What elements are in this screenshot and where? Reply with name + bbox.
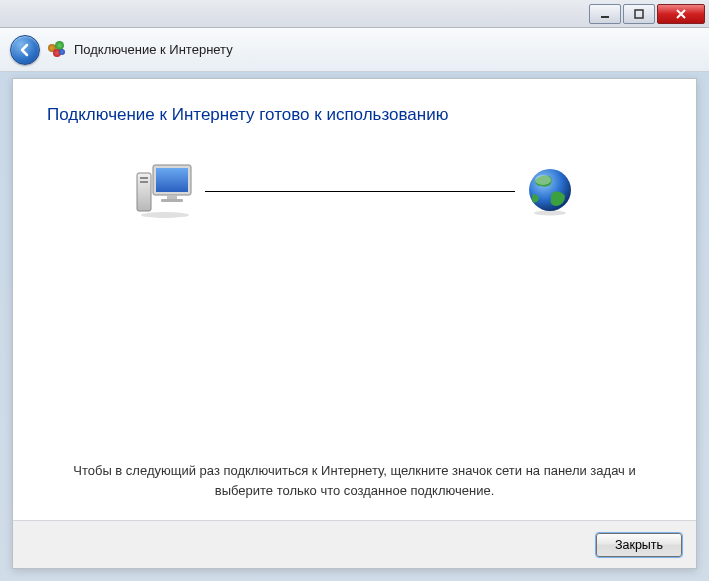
wizard-header: Подключение к Интернету [0, 28, 709, 72]
close-button[interactable]: Закрыть [596, 533, 682, 557]
dialog-frame: Подключение к Интернету готово к использ… [12, 78, 697, 569]
dialog-content: Подключение к Интернету готово к использ… [13, 79, 696, 520]
svg-rect-8 [140, 181, 148, 183]
minimize-icon [600, 9, 610, 19]
svg-point-10 [529, 169, 571, 211]
maximize-icon [634, 9, 644, 19]
svg-rect-1 [635, 10, 643, 18]
dialog-footer: Закрыть [13, 520, 696, 568]
wizard-title: Подключение к Интернету [74, 42, 233, 57]
back-arrow-icon [17, 42, 33, 58]
maximize-button[interactable] [623, 4, 655, 24]
svg-rect-4 [167, 195, 177, 199]
window-close-button[interactable] [657, 4, 705, 24]
svg-rect-7 [140, 177, 148, 179]
network-wizard-icon [48, 41, 66, 59]
svg-point-9 [141, 212, 189, 218]
svg-rect-0 [601, 16, 609, 18]
svg-rect-3 [156, 168, 188, 192]
back-button[interactable] [10, 35, 40, 65]
minimize-button[interactable] [589, 4, 621, 24]
hint-text: Чтобы в следующий раз подключиться к Инт… [73, 461, 636, 500]
connection-diagram [135, 163, 575, 219]
computer-icon [135, 163, 195, 219]
svg-point-12 [534, 211, 566, 216]
connection-line [205, 191, 515, 192]
window-titlebar [0, 0, 709, 28]
page-heading: Подключение к Интернету готово к использ… [47, 105, 662, 125]
svg-rect-5 [161, 199, 183, 202]
svg-point-11 [535, 175, 551, 185]
close-icon [675, 8, 687, 20]
globe-icon [525, 166, 575, 216]
